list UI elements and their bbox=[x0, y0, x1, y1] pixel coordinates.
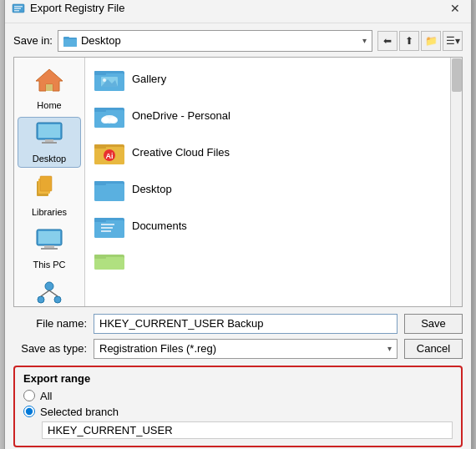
svg-rect-2 bbox=[14, 8, 21, 9]
svg-point-20 bbox=[45, 282, 53, 290]
save-in-row: Save in: Desktop ▾ ⬅ ⬆ 📁 ☰▾ bbox=[13, 30, 463, 52]
file-list: Gallery bbox=[85, 58, 462, 285]
file-item-onedrive[interactable]: OneDrive - Personal bbox=[89, 98, 445, 134]
save-in-label: Save in: bbox=[13, 34, 53, 47]
create-folder-button[interactable]: 📁 bbox=[421, 31, 441, 51]
svg-point-35 bbox=[101, 117, 109, 124]
svg-rect-50 bbox=[101, 230, 111, 232]
svg-rect-39 bbox=[94, 144, 106, 149]
svg-rect-47 bbox=[94, 218, 106, 222]
selected-branch-radio-label[interactable]: Selected branch bbox=[40, 406, 119, 418]
svg-rect-27 bbox=[94, 71, 106, 75]
file-name-label: File name: bbox=[13, 317, 87, 330]
selected-branch-radio-row: Selected branch bbox=[23, 406, 453, 418]
file-item-gallery-name: Gallery bbox=[132, 73, 166, 85]
file-item-creative-cloud[interactable]: Ai Creative Cloud Files bbox=[89, 134, 445, 171]
svg-rect-11 bbox=[45, 139, 53, 142]
documents-folder-icon bbox=[94, 212, 125, 240]
selected-branch-radio[interactable] bbox=[23, 406, 35, 417]
save-in-dropdown[interactable]: Desktop ▾ bbox=[58, 30, 372, 52]
nav-item-libraries[interactable]: Libraries bbox=[18, 171, 81, 220]
title-bar: Export Registry File ✕ bbox=[5, 0, 471, 23]
onedrive-folder-icon bbox=[94, 102, 125, 130]
file-name-row: File name: Save bbox=[13, 314, 463, 334]
network-icon bbox=[35, 280, 63, 306]
file-item-documents[interactable]: Documents bbox=[89, 208, 445, 245]
view-menu-button[interactable]: ☰▾ bbox=[443, 31, 463, 51]
svg-text:Ai: Ai bbox=[106, 152, 114, 160]
bottom-rows: File name: Save Save as type: Registrati… bbox=[13, 314, 463, 359]
scrollbar-thumb[interactable] bbox=[452, 58, 462, 92]
svg-rect-19 bbox=[41, 248, 58, 250]
creative-cloud-folder-icon: Ai bbox=[94, 139, 125, 167]
file-item-partial[interactable] bbox=[89, 245, 445, 281]
svg-point-21 bbox=[38, 296, 44, 303]
svg-rect-5 bbox=[63, 39, 77, 47]
dialog-icon bbox=[12, 2, 25, 15]
svg-rect-18 bbox=[44, 245, 54, 248]
save-as-type-dropdown[interactable]: Registration Files (*.reg) ▾ bbox=[94, 339, 398, 359]
save-as-type-value: Registration Files (*.reg) bbox=[99, 342, 216, 355]
svg-line-24 bbox=[49, 290, 58, 296]
save-as-type-label: Save as type: bbox=[13, 342, 87, 355]
svg-rect-12 bbox=[42, 142, 57, 144]
svg-point-22 bbox=[54, 296, 61, 303]
all-radio[interactable] bbox=[23, 390, 35, 401]
nav-item-desktop[interactable]: Desktop bbox=[18, 117, 81, 168]
nav-thispc-label: This PC bbox=[33, 260, 65, 270]
save-button[interactable]: Save bbox=[404, 314, 463, 334]
toolbar-buttons: ⬅ ⬆ 📁 ☰▾ bbox=[377, 31, 463, 51]
nav-item-thispc[interactable]: This PC bbox=[18, 224, 81, 273]
svg-rect-17 bbox=[38, 231, 60, 244]
export-registry-dialog: Export Registry File ✕ Save in: Desktop … bbox=[4, 0, 472, 449]
dropdown-arrow-icon: ▾ bbox=[362, 36, 367, 45]
file-item-desktop-folder[interactable]: Desktop bbox=[89, 171, 445, 208]
svg-rect-1 bbox=[14, 6, 23, 8]
svg-line-23 bbox=[41, 290, 49, 296]
all-radio-row: All bbox=[23, 390, 453, 402]
file-item-desktop-folder-name: Desktop bbox=[132, 183, 172, 195]
save-as-type-arrow-icon: ▾ bbox=[387, 344, 392, 353]
partial-folder-icon bbox=[94, 249, 125, 277]
svg-rect-10 bbox=[38, 124, 60, 138]
nav-item-home[interactable]: Home bbox=[18, 63, 81, 114]
dialog-title: Export Registry File bbox=[30, 2, 446, 14]
export-range-title: Export range bbox=[23, 372, 453, 385]
cancel-button[interactable]: Cancel bbox=[404, 339, 463, 359]
save-in-value: Desktop bbox=[81, 34, 121, 47]
nav-item-network[interactable]: Network bbox=[18, 276, 81, 306]
file-item-gallery[interactable]: Gallery bbox=[89, 61, 445, 98]
svg-rect-3 bbox=[14, 10, 19, 12]
file-item-creative-cloud-name: Creative Cloud Files bbox=[132, 146, 230, 159]
left-nav-panel: Home Desktop bbox=[14, 58, 85, 306]
svg-rect-15 bbox=[40, 176, 52, 191]
svg-rect-48 bbox=[101, 224, 114, 225]
content-area: Home Desktop bbox=[13, 57, 463, 307]
branch-value: HKEY_CURRENT_USER bbox=[42, 421, 453, 439]
gallery-folder-icon bbox=[94, 65, 125, 93]
desktop-icon bbox=[35, 121, 63, 152]
save-type-row: Save as type: Registration Files (*.reg)… bbox=[13, 339, 463, 359]
svg-rect-43 bbox=[94, 184, 124, 201]
nav-back-button[interactable]: ⬅ bbox=[377, 31, 398, 51]
libraries-icon bbox=[35, 174, 63, 205]
scrollbar-track[interactable] bbox=[450, 58, 462, 306]
nav-up-button[interactable]: ⬆ bbox=[399, 31, 419, 51]
svg-point-36 bbox=[109, 117, 118, 124]
svg-rect-46 bbox=[94, 220, 124, 238]
all-radio-label[interactable]: All bbox=[40, 390, 52, 402]
nav-desktop-label: Desktop bbox=[33, 154, 66, 164]
svg-rect-44 bbox=[94, 181, 106, 185]
svg-rect-6 bbox=[63, 37, 69, 39]
svg-point-30 bbox=[103, 78, 106, 82]
file-item-documents-name: Documents bbox=[132, 219, 187, 232]
file-name-input[interactable] bbox=[94, 314, 398, 334]
svg-rect-52 bbox=[94, 257, 124, 270]
desktop-folder-icon bbox=[94, 175, 125, 204]
svg-rect-53 bbox=[94, 255, 106, 259]
dialog-body: Save in: Desktop ▾ ⬅ ⬆ 📁 ☰▾ bbox=[5, 23, 471, 450]
close-button[interactable]: ✕ bbox=[446, 0, 464, 18]
home-icon bbox=[34, 66, 64, 98]
thispc-icon bbox=[35, 227, 63, 258]
svg-rect-8 bbox=[46, 84, 53, 91]
